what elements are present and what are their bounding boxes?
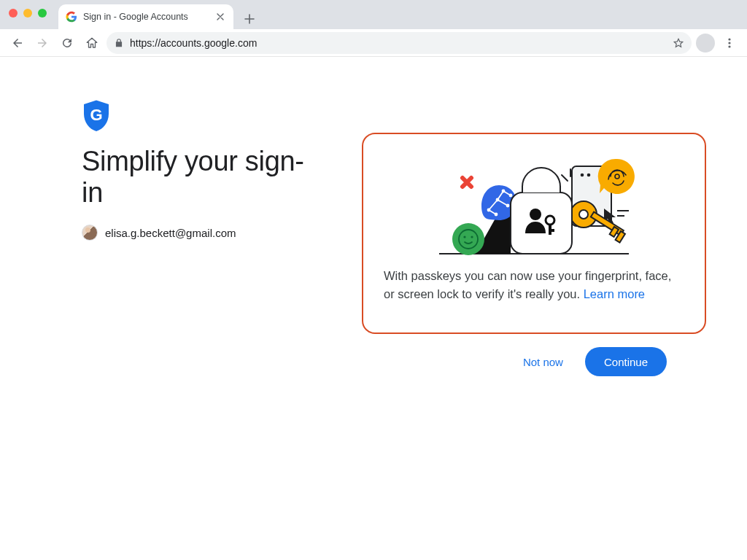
- svg-point-19: [496, 198, 500, 202]
- google-shield-icon: G: [82, 99, 706, 133]
- svg-point-34: [530, 209, 541, 220]
- account-email: elisa.g.beckett@gmail.com: [105, 227, 236, 239]
- forward-button[interactable]: [32, 33, 53, 53]
- svg-rect-37: [549, 229, 554, 232]
- browser-chrome: Sign in - Google Accounts https://accoun…: [0, 0, 747, 57]
- svg-rect-33: [511, 192, 572, 254]
- not-now-button[interactable]: Not now: [519, 355, 568, 369]
- browser-toolbar: https://accounts.google.com: [0, 29, 747, 57]
- svg-point-22: [509, 194, 513, 198]
- continue-button[interactable]: Continue: [585, 347, 667, 376]
- svg-point-26: [463, 236, 465, 238]
- passkey-description: With passkeys you can now use your finge…: [384, 267, 684, 303]
- page-heading: Simplify your sign-in: [82, 146, 318, 209]
- svg-point-27: [471, 236, 473, 238]
- svg-text:G: G: [90, 106, 102, 124]
- svg-point-29: [579, 210, 588, 219]
- svg-line-8: [562, 175, 568, 181]
- svg-point-20: [506, 204, 510, 208]
- svg-point-0: [728, 38, 730, 40]
- window-controls: [9, 9, 47, 18]
- passkey-illustration-icon: [425, 144, 643, 261]
- svg-point-18: [487, 209, 491, 212]
- svg-point-1: [728, 42, 730, 44]
- action-row: Not now Continue: [519, 347, 667, 376]
- learn-more-link[interactable]: Learn more: [584, 287, 645, 300]
- lock-icon: [114, 38, 124, 48]
- google-favicon-icon: [66, 11, 77, 23]
- svg-point-7: [587, 174, 591, 177]
- url-text: https://accounts.google.com: [130, 37, 667, 49]
- passkey-card: With passkeys you can now use your finge…: [362, 133, 706, 334]
- bookmark-star-icon[interactable]: [673, 37, 684, 49]
- window-zoom-button[interactable]: [38, 9, 47, 18]
- address-bar[interactable]: https://accounts.google.com: [107, 32, 692, 54]
- chrome-menu-button[interactable]: [719, 33, 740, 53]
- home-button[interactable]: [82, 33, 102, 53]
- tab-strip: Sign in - Google Accounts: [0, 0, 747, 29]
- back-button[interactable]: [7, 33, 28, 53]
- svg-point-6: [581, 174, 584, 177]
- svg-point-2: [728, 45, 730, 47]
- browser-tab[interactable]: Sign in - Google Accounts: [58, 4, 233, 29]
- svg-point-21: [502, 190, 506, 193]
- window-close-button[interactable]: [9, 9, 18, 18]
- page-content: G Simplify your sign-in elisa.g.beckett@…: [0, 57, 747, 376]
- svg-point-24: [452, 223, 484, 255]
- account-avatar-icon: [82, 225, 98, 241]
- reload-button[interactable]: [57, 33, 77, 53]
- new-tab-button[interactable]: [239, 9, 260, 29]
- svg-point-23: [495, 213, 498, 217]
- tab-title: Sign in - Google Accounts: [83, 12, 188, 22]
- account-chip[interactable]: elisa.g.beckett@gmail.com: [82, 225, 318, 241]
- profile-avatar-button[interactable]: [696, 34, 715, 52]
- window-minimize-button[interactable]: [23, 9, 32, 18]
- tab-close-button[interactable]: [214, 11, 226, 23]
